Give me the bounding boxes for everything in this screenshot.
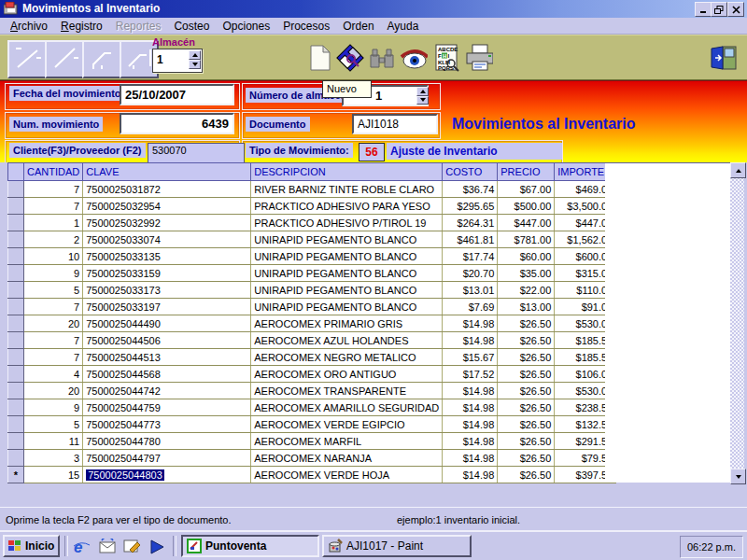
grid-cell-descripcion[interactable]: AEROCOMEX VERDE EGIPCIO bbox=[251, 416, 443, 433]
row-selector[interactable] bbox=[8, 198, 24, 215]
grid-cell-precio[interactable]: $26.50 bbox=[498, 416, 555, 433]
grid-cell-clave[interactable]: 7500025044568 bbox=[83, 366, 251, 383]
grid-cell-costo[interactable]: $264.31 bbox=[443, 215, 498, 231]
numero-almacen-spin-buttons[interactable] bbox=[416, 87, 429, 105]
row-selector[interactable] bbox=[8, 265, 24, 282]
grid-cell-clave[interactable]: 7500025033173 bbox=[83, 282, 251, 299]
find-text-icon[interactable]: ABCDEFHIKLMPQRS bbox=[433, 43, 461, 73]
grid-cell-descripcion[interactable]: UNIRAPID PEGAMENTO BLANCO bbox=[251, 282, 443, 299]
row-selector[interactable] bbox=[8, 282, 24, 299]
start-button[interactable]: Inicio bbox=[3, 535, 60, 557]
task-paint[interactable]: AJI1017 - Paint bbox=[322, 535, 472, 557]
grid-cell-costo[interactable]: $36.74 bbox=[443, 181, 498, 198]
grid-cell-cantidad[interactable]: 9 bbox=[24, 265, 83, 282]
grid-cell-costo[interactable]: $461.81 bbox=[443, 231, 498, 248]
menu-registro[interactable]: Registro bbox=[54, 19, 109, 34]
grid-cell-descripcion[interactable]: AEROCOMEX MARFIL bbox=[251, 433, 443, 450]
row-selector[interactable] bbox=[8, 383, 24, 399]
grid-cell-cantidad[interactable]: 7 bbox=[24, 299, 83, 315]
column-header-cantidad[interactable]: CANTIDAD bbox=[24, 163, 83, 181]
grid-cell-precio[interactable]: $26.50 bbox=[498, 433, 555, 450]
grid-cell-clave[interactable]: 7500025044490 bbox=[83, 315, 251, 332]
grid-cell-cantidad[interactable]: 15 bbox=[24, 467, 83, 483]
restore-button[interactable] bbox=[711, 2, 727, 17]
documento-input[interactable]: AJI1018 bbox=[352, 114, 438, 134]
grid-cell-clave[interactable]: 7500025044773 bbox=[83, 416, 251, 433]
row-selector[interactable] bbox=[8, 416, 24, 433]
grid-cell-descripcion[interactable]: PRACKTICO ADHESIVO PARA YESO bbox=[251, 198, 443, 215]
grid-cell-clave[interactable]: 7500025044513 bbox=[83, 349, 251, 366]
grid-cell-precio[interactable]: $22.00 bbox=[498, 282, 555, 299]
row-selector[interactable] bbox=[8, 349, 24, 366]
almacen-spin-buttons[interactable] bbox=[189, 50, 201, 69]
ie-icon[interactable]: e bbox=[71, 537, 92, 557]
new-document-icon[interactable] bbox=[306, 43, 334, 73]
grid-cell-clave[interactable]: 7500025044780 bbox=[83, 433, 251, 450]
row-selector[interactable] bbox=[8, 450, 24, 467]
task-puntoventa[interactable]: Puntoventa bbox=[181, 535, 319, 557]
grid-cell-precio[interactable]: $67.00 bbox=[498, 181, 555, 198]
grid-cell-clave[interactable]: 7500025033135 bbox=[83, 248, 251, 265]
grid-cell-descripcion[interactable]: AEROCOMEX AZUL HOLANDES bbox=[251, 332, 443, 349]
grid-cell-costo[interactable]: $14.98 bbox=[443, 433, 498, 450]
grid-cell-costo[interactable]: $14.98 bbox=[443, 315, 498, 332]
grid-cell-precio[interactable]: $26.50 bbox=[498, 467, 555, 483]
grid-cell-precio[interactable]: $26.50 bbox=[498, 383, 555, 399]
menu-costeo[interactable]: Costeo bbox=[167, 19, 216, 34]
menu-ayuda[interactable]: Ayuda bbox=[381, 19, 426, 34]
grid-cell-clave[interactable]: 7500025033197 bbox=[83, 299, 251, 315]
grid-cell-precio[interactable]: $60.00 bbox=[498, 248, 555, 265]
grid-cell-costo[interactable]: $14.98 bbox=[443, 383, 498, 399]
grid-cell-clave[interactable]: 7500025044797 bbox=[83, 450, 251, 467]
scroll-down-icon[interactable] bbox=[730, 469, 746, 484]
mail-icon[interactable] bbox=[97, 537, 118, 557]
vertical-scrollbar[interactable] bbox=[730, 162, 744, 483]
spin-down-icon[interactable] bbox=[416, 96, 429, 105]
grid-cell-descripcion[interactable]: UNIRAPID PEGAMENTO BLANCO bbox=[251, 265, 443, 282]
row-selector[interactable] bbox=[8, 248, 24, 265]
grid-cell-cantidad[interactable]: 3 bbox=[24, 450, 83, 467]
grid-cell-clave[interactable]: 7500025044759 bbox=[83, 399, 251, 416]
nav-previous-button[interactable] bbox=[45, 40, 84, 78]
row-selector[interactable] bbox=[8, 433, 24, 450]
grid-cell-cantidad[interactable]: 9 bbox=[24, 399, 83, 416]
grid-cell-costo[interactable]: $17.74 bbox=[443, 248, 498, 265]
row-selector[interactable]: * bbox=[8, 467, 24, 483]
grid-cell-descripcion[interactable]: AEROCOMEX AMARILLO SEGURIDAD bbox=[251, 399, 443, 416]
grid-cell-clave[interactable]: 7500025044506 bbox=[83, 332, 251, 349]
row-selector[interactable] bbox=[8, 399, 24, 416]
grid-cell-descripcion[interactable]: PRACKTICO ADHESIVO P/TIROL 19 bbox=[251, 215, 443, 231]
row-selector[interactable] bbox=[8, 315, 24, 332]
grid-cell-cantidad[interactable]: 2 bbox=[24, 231, 83, 248]
grid-cell-cantidad[interactable]: 20 bbox=[24, 383, 83, 399]
grid-cell-descripcion[interactable]: UNIRAPID PEGAMENTO BLANCO bbox=[251, 299, 443, 315]
grid-cell-cantidad[interactable]: 11 bbox=[24, 433, 83, 450]
grid-cell-cantidad[interactable]: 7 bbox=[24, 332, 83, 349]
grid-cell-clave[interactable]: 7500025032954 bbox=[83, 198, 251, 215]
nav-first-button[interactable] bbox=[7, 40, 47, 78]
grid-cell-cantidad[interactable]: 7 bbox=[24, 198, 83, 215]
grid-cell-cantidad[interactable]: 4 bbox=[24, 366, 83, 383]
grid-cell-costo[interactable]: $7.69 bbox=[443, 299, 498, 315]
preview-eye-icon[interactable] bbox=[400, 43, 428, 73]
grid-cell-descripcion[interactable]: AEROCOMEX TRANSPARENTE bbox=[251, 383, 443, 399]
menu-opciones[interactable]: Opciones bbox=[216, 19, 276, 34]
grid-cell-clave[interactable]: 7500025044803 bbox=[83, 467, 251, 483]
grid-cell-precio[interactable]: $35.00 bbox=[498, 265, 555, 282]
spin-up-icon[interactable] bbox=[416, 87, 429, 96]
grid-cell-precio[interactable]: $13.00 bbox=[498, 299, 555, 315]
column-header-clave[interactable]: CLAVE bbox=[83, 163, 251, 181]
row-selector[interactable] bbox=[8, 299, 24, 315]
media-player-icon[interactable] bbox=[147, 537, 167, 557]
close-button[interactable] bbox=[727, 2, 744, 17]
grid-cell-descripcion[interactable]: AEROCOMEX VERDE HOJA bbox=[251, 467, 443, 483]
almacen-spinner[interactable]: 1 bbox=[152, 49, 203, 73]
grid-cell-precio[interactable]: $500.00 bbox=[498, 198, 555, 215]
grid-cell-costo[interactable]: $14.98 bbox=[443, 416, 498, 433]
print-icon[interactable] bbox=[465, 43, 493, 73]
tipo-movimiento-code-input[interactable]: 56 bbox=[359, 143, 385, 161]
row-selector[interactable] bbox=[8, 215, 24, 231]
menu-archivo[interactable]: Archivo bbox=[4, 19, 54, 34]
grid-cell-costo[interactable]: $14.98 bbox=[443, 467, 498, 483]
desktop-edit-icon[interactable] bbox=[121, 537, 142, 557]
